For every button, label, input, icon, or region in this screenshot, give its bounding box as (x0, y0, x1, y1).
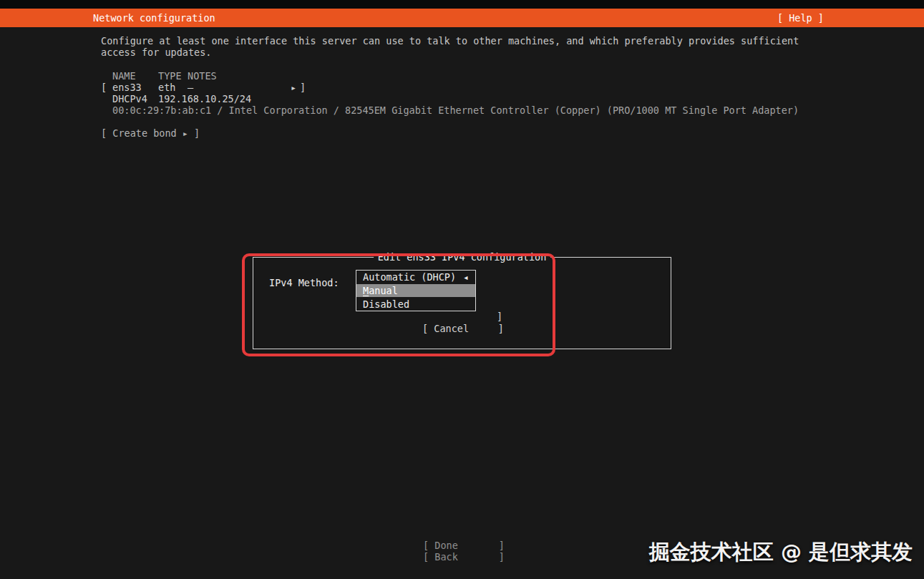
intro-text-line2: access for updates. (101, 47, 211, 58)
create-bond-button[interactable]: [ Create bond ▸ ] (101, 127, 200, 139)
column-header-name: NAME (112, 70, 136, 82)
column-header-type: TYPE (158, 70, 182, 82)
mac-hardware-info: 00:0c:29:7b:ab:c1 / Intel Corporation / … (112, 104, 799, 116)
interface-notes: – (188, 82, 193, 93)
ipv4-method-label: IPv4 Method: (269, 277, 339, 288)
save-button-bracket: ] (497, 311, 502, 322)
titlebar: Network configuration [ Help ] (0, 9, 924, 27)
dhcp-label: DHCPv4 (112, 93, 147, 104)
dropdown-option-disabled[interactable]: Disabled (356, 297, 475, 311)
page-title: Network configuration (93, 12, 215, 24)
column-header-notes: NOTES (188, 70, 217, 82)
interface-type: eth (158, 82, 175, 93)
back-button[interactable]: [ Back ] (423, 551, 505, 563)
dhcp-address: 192.168.10.25/24 (158, 93, 251, 104)
dropdown-option-automatic[interactable]: Automatic (DHCP) ◂ (356, 271, 475, 284)
row-bracket-open: [ (101, 82, 107, 93)
dialog-title: Edit ens33 IPv4 configuration (374, 251, 551, 263)
row-bracket-close: ] (300, 82, 306, 93)
top-strip (0, 0, 924, 9)
option-label: Disabled (363, 298, 469, 310)
chevron-right-icon: ▸ (291, 82, 296, 93)
option-label: Automatic (DHCP) (363, 271, 463, 283)
ipv4-method-dropdown[interactable]: Automatic (DHCP) ◂ Manual Disabled (356, 270, 476, 311)
option-hotkey: M (363, 285, 369, 296)
option-label: anual (369, 285, 398, 296)
done-button[interactable]: [ Done ] (423, 540, 505, 551)
help-button[interactable]: [ Help ] (777, 12, 824, 24)
dropdown-option-manual[interactable]: Manual (356, 284, 475, 298)
selected-marker-icon: ◂ (463, 271, 469, 283)
intro-text-line1: Configure at least one interface this se… (101, 35, 799, 47)
watermark: 掘金技术社区 @ 是但求其发 (649, 539, 913, 565)
installer-screen: Network configuration [ Help ] Configure… (0, 0, 924, 579)
edit-ipv4-dialog: Edit ens33 IPv4 configuration IPv4 Metho… (253, 257, 671, 349)
interface-name: ens33 (112, 82, 142, 93)
cancel-button[interactable]: [ Cancel ] (422, 323, 504, 334)
